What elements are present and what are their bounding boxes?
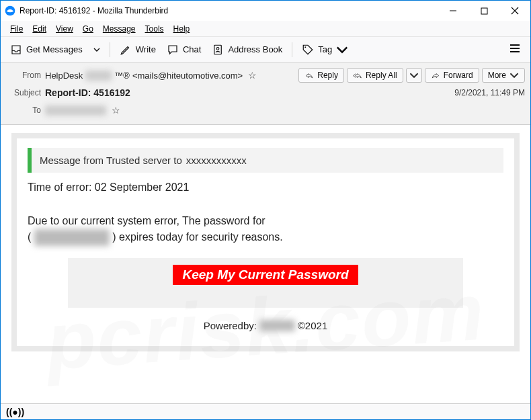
get-messages-dropdown[interactable] [89,46,104,53]
svg-point-7 [305,46,307,48]
message-body-pane: pcrisk.com Message from Trusted server t… [1,125,530,403]
notice-banner: Message from Trusted server to xxxxxxxxx… [28,148,503,173]
toolbar: Get Messages Write Chat Address Book Tag [1,37,530,62]
chat-button[interactable]: Chat [163,41,205,58]
menu-bar: File Edit View Go Message Tools Help [1,21,530,37]
inbox-icon [10,44,22,56]
subject-value: Report-ID: 4516192 [45,87,130,98]
time-of-error-line: Time of error: 02 September 2021 [28,179,503,196]
reply-all-button[interactable]: Reply All [347,68,403,83]
minimize-button[interactable] [438,1,468,21]
chat-icon [167,44,179,56]
forward-button[interactable]: Forward [425,68,479,83]
header-actions: Reply Reply All Forward More [298,68,525,83]
tag-label: Tag [318,44,332,54]
menu-edit[interactable]: Edit [28,23,50,35]
address-book-icon [212,44,224,56]
reply-icon [304,71,314,80]
app-menu-button[interactable] [505,40,525,60]
body-line-2: ( xxxxxxxxxxxxxx ) expires today for sec… [28,229,503,246]
cta-wrapper: Keep My Current Password [68,258,463,308]
menu-help[interactable]: Help [169,23,194,35]
chevron-down-icon [93,46,100,53]
menu-go[interactable]: Go [79,23,97,35]
svg-point-6 [217,47,220,50]
maximize-button[interactable] [468,1,499,21]
window-title: Report-ID: 4516192 - Mozilla Thunderbird [19,6,438,15]
reply-all-icon [353,71,362,80]
message-datetime: 9/2/2021, 11:49 PM [454,88,525,97]
powered-by-line: Poweredby: xxxxxxx ©2021 [28,320,503,331]
reply-all-dropdown[interactable] [406,68,422,83]
close-button[interactable] [499,1,530,21]
get-messages-button[interactable]: Get Messages [6,41,87,58]
from-label: From [6,71,41,80]
pencil-icon [120,44,132,56]
to-label: To [6,106,41,115]
body-line-1: Due to our current system error, The pas… [28,213,503,230]
tag-button[interactable]: Tag [298,41,352,58]
star-icon[interactable]: ☆ [248,70,257,81]
address-book-button[interactable]: Address Book [208,41,286,58]
chevron-down-icon [336,44,348,56]
write-label: Write [136,44,156,54]
tag-icon [302,44,314,56]
address-book-label: Address Book [228,44,282,54]
more-button[interactable]: More [482,68,525,83]
message-frame: Message from Trusted server to xxxxxxxxx… [11,133,520,351]
menu-view[interactable]: View [52,23,77,35]
message-body-text: Time of error: 02 September 2021 Due to … [28,177,503,258]
status-bar: ((●)) [1,403,530,419]
reply-button[interactable]: Reply [298,68,344,83]
svg-rect-2 [481,8,487,14]
window-controls [438,1,530,21]
write-button[interactable]: Write [116,41,160,58]
message-headers: From HelpDesk xxxxxx ™® <mails@hiteutomo… [1,62,530,125]
thunderbird-window: Report-ID: 4516192 - Mozilla Thunderbird… [0,0,531,420]
menu-tools[interactable]: Tools [141,23,168,35]
star-icon[interactable]: ☆ [112,105,120,116]
get-messages-label: Get Messages [26,44,83,54]
to-value: xxxxxxxxxxxxxx ☆ [45,105,120,116]
forward-icon [431,71,440,80]
chevron-down-icon [509,71,519,80]
subject-label: Subject [6,88,41,97]
menu-file[interactable]: File [6,23,27,35]
thunderbird-logo-icon [5,5,15,16]
chat-label: Chat [183,44,201,54]
hamburger-icon [509,42,521,54]
menu-message[interactable]: Message [99,23,140,35]
title-bar: Report-ID: 4516192 - Mozilla Thunderbird [1,1,530,21]
chevron-down-icon [409,71,419,80]
keep-password-button[interactable]: Keep My Current Password [173,265,358,285]
online-status-icon[interactable]: ((●)) [6,407,24,417]
from-value: HelpDesk xxxxxx ™® <mails@hiteutomotive.… [45,70,257,81]
